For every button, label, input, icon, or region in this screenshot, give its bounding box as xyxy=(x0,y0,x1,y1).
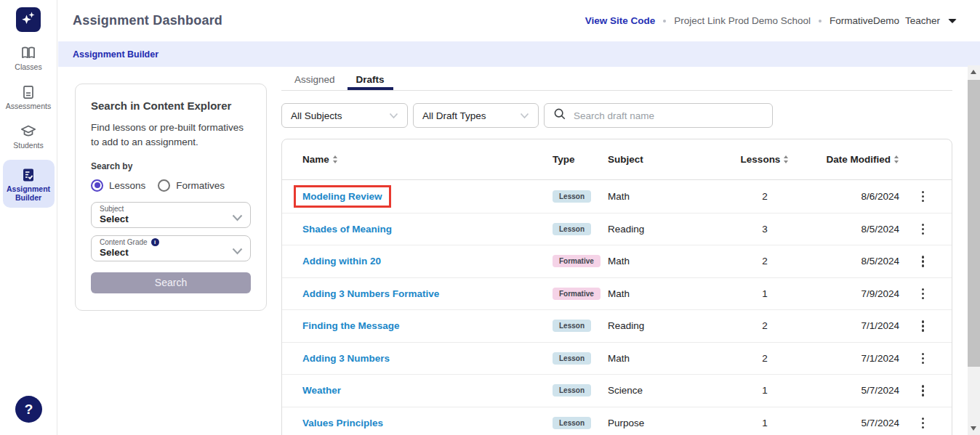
draft-name-link[interactable]: Finding the Message xyxy=(302,320,400,331)
date-modified-cell: 8/5/2024 xyxy=(793,256,904,267)
date-modified-cell: 8/6/2024 xyxy=(793,191,904,202)
chevron-down-icon xyxy=(232,245,243,258)
search-by-radio-group: LessonsFormatives xyxy=(91,179,251,192)
subject-select[interactable]: Subject Select xyxy=(91,202,251,228)
help-button[interactable]: ? xyxy=(15,396,42,423)
row-actions-kebab-icon[interactable] xyxy=(917,253,929,270)
info-icon[interactable]: i xyxy=(151,238,159,246)
type-badge: Lesson xyxy=(553,352,591,365)
row-actions-kebab-icon[interactable] xyxy=(917,317,929,335)
lessons-cell: 1 xyxy=(736,418,793,428)
lessons-cell: 3 xyxy=(736,224,793,235)
draft-name-link[interactable]: Values Principles xyxy=(302,418,383,428)
tab-assigned[interactable]: Assigned xyxy=(286,71,344,90)
draft-name-link[interactable]: Shades of Meaning xyxy=(302,224,392,235)
subjects-filter-value: All Subjects xyxy=(291,110,389,121)
draft-types-filter[interactable]: All Draft Types xyxy=(413,103,539,128)
scroll-up-icon[interactable] xyxy=(971,70,976,74)
sidebar-item-students[interactable]: Students xyxy=(0,123,57,150)
draft-name-link[interactable]: Modeling Review xyxy=(302,191,382,202)
draft-search-input[interactable] xyxy=(574,110,763,121)
assignment-builder-icon xyxy=(4,166,53,184)
view-site-code-link[interactable]: View Site Code xyxy=(585,15,656,26)
row-actions-kebab-icon[interactable] xyxy=(917,221,929,238)
column-header-date-modified[interactable]: Date Modified xyxy=(793,154,904,165)
chevron-down-icon[interactable] xyxy=(948,19,957,23)
type-badge: Lesson xyxy=(553,384,591,397)
subject-cell: Math xyxy=(608,288,736,299)
tab-drafts[interactable]: Drafts xyxy=(348,71,393,90)
sidebar-item-label: Assessments xyxy=(0,102,57,110)
subject-select-value: Select xyxy=(100,214,242,224)
table-body: Modeling ReviewLessonMath28/6/2024Shades… xyxy=(282,180,952,435)
breadcrumb[interactable]: Assignment Builder xyxy=(73,49,158,60)
date-modified-cell: 8/5/2024 xyxy=(793,224,904,235)
separator-dot xyxy=(663,20,666,23)
table-row: Values PrinciplesLessonPurpose15/7/2024 xyxy=(282,407,952,435)
table-row: Adding 3 NumbersLessonMath27/1/2024 xyxy=(282,342,952,375)
table-row: Adding 3 Numbers FormativeFormativeMath1… xyxy=(282,277,952,310)
content-grade-select-label: Content Grade xyxy=(100,238,148,246)
table-row: Finding the MessageLessonReading27/1/202… xyxy=(282,309,952,342)
account-name: FormativeDemo xyxy=(830,15,899,26)
lessons-cell: 2 xyxy=(736,320,793,331)
filters-row: All Subjects All Draft Types xyxy=(281,103,773,128)
school-name: Project Link Prod Demo School xyxy=(674,15,811,26)
sort-icon[interactable] xyxy=(783,155,789,164)
row-actions-kebab-icon[interactable] xyxy=(917,188,929,206)
row-actions-kebab-icon[interactable] xyxy=(917,350,929,367)
date-modified-cell: 5/7/2024 xyxy=(793,418,904,428)
row-actions-kebab-icon[interactable] xyxy=(917,285,929,303)
content-grade-select[interactable]: Content Grade i Select xyxy=(91,235,251,261)
date-modified-cell: 7/9/2024 xyxy=(793,288,904,299)
type-badge: Lesson xyxy=(553,223,591,235)
user-role: Teacher xyxy=(905,15,940,26)
subject-cell: Math xyxy=(608,353,736,364)
radio-formatives[interactable]: Formatives xyxy=(158,179,225,192)
sidebar-nav: ClassesAssessmentsStudentsAssignment Bui… xyxy=(0,32,57,208)
sidebar-item-assessments[interactable]: Assessments xyxy=(0,84,57,110)
draft-name-link[interactable]: Adding within 20 xyxy=(302,256,381,267)
lessons-cell: 1 xyxy=(736,385,793,396)
vertical-scrollbar[interactable] xyxy=(968,65,980,435)
table-header-row: NameTypeSubjectLessonsDate Modified xyxy=(282,139,952,180)
sparkle-icon xyxy=(20,9,37,30)
column-header-lessons[interactable]: Lessons xyxy=(736,154,793,165)
content-explorer-title: Search in Content Explorer xyxy=(91,99,251,112)
draft-types-filter-value: All Draft Types xyxy=(422,110,520,121)
draft-name-link[interactable]: Weather xyxy=(302,385,341,396)
draft-search-box xyxy=(544,103,773,128)
column-header-subject: Subject xyxy=(608,154,736,165)
draft-name-link[interactable]: Adding 3 Numbers xyxy=(302,353,390,364)
sort-icon[interactable] xyxy=(893,155,899,164)
row-actions-kebab-icon[interactable] xyxy=(917,415,929,432)
scroll-down-icon[interactable] xyxy=(971,426,976,431)
scrollbar-thumb[interactable] xyxy=(968,80,980,367)
drafts-assigned-tabs: AssignedDrafts xyxy=(286,71,393,90)
sidebar: ClassesAssessmentsStudentsAssignment Bui… xyxy=(0,0,57,435)
type-badge: Formative xyxy=(553,255,601,267)
search-icon xyxy=(553,107,566,123)
app-logo[interactable] xyxy=(16,7,41,32)
date-modified-cell: 7/1/2024 xyxy=(793,320,904,331)
chevron-down-icon xyxy=(232,211,243,224)
table-row: Modeling ReviewLessonMath28/6/2024 xyxy=(282,180,952,213)
subject-cell: Reading xyxy=(608,320,736,331)
breadcrumb-bar: Assignment Builder xyxy=(58,41,980,67)
lessons-cell: 1 xyxy=(736,288,793,299)
document-icon xyxy=(0,84,57,101)
sidebar-item-classes[interactable]: Classes xyxy=(0,44,57,71)
sidebar-item-label: Students xyxy=(0,141,57,150)
search-button[interactable]: Search xyxy=(91,272,251,293)
subject-cell: Math xyxy=(608,256,736,267)
sidebar-item-assignment-builder[interactable]: Assignment Builder xyxy=(3,160,55,208)
subjects-filter[interactable]: All Subjects xyxy=(281,103,408,128)
annotation-highlight-box: Modeling Review xyxy=(294,185,391,208)
draft-name-link[interactable]: Adding 3 Numbers Formative xyxy=(302,288,439,299)
sort-icon[interactable] xyxy=(332,155,338,164)
type-badge: Lesson xyxy=(553,320,591,332)
row-actions-kebab-icon[interactable] xyxy=(917,382,929,399)
graduation-cap-icon xyxy=(0,123,57,140)
column-header-name[interactable]: Name xyxy=(302,154,553,165)
radio-lessons[interactable]: Lessons xyxy=(91,179,145,192)
